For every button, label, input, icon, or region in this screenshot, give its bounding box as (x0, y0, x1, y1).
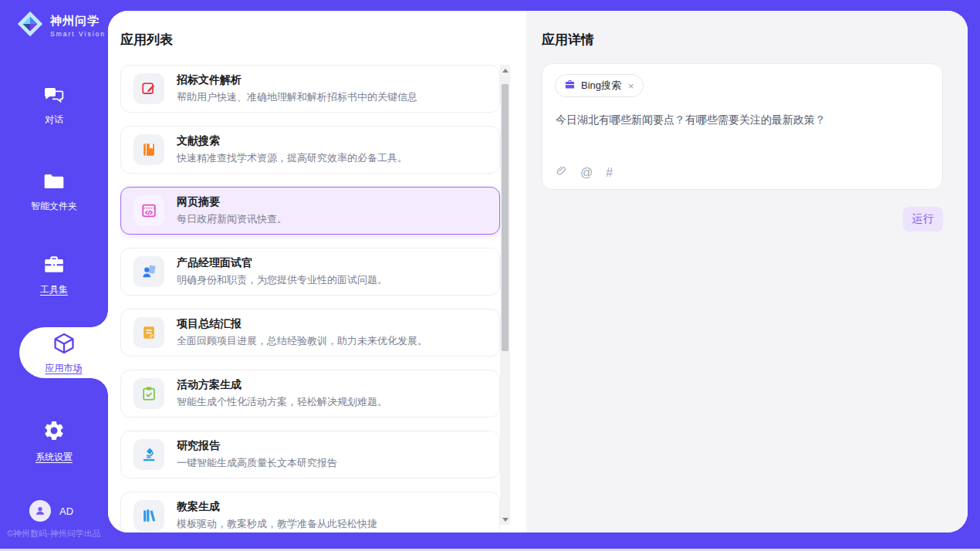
input-toolbar: @ # (556, 164, 613, 181)
user-account[interactable]: AD (29, 500, 73, 522)
edit-doc-icon (133, 73, 164, 104)
app-description: 全面回顾项目进展，总结经验教训，助力未来优化发展。 (177, 334, 427, 348)
run-button[interactable]: 运行 (903, 207, 943, 232)
paperclip-icon[interactable] (556, 164, 567, 181)
app-description: 快速精准查找学术资源，提高研究效率的必备工具。 (177, 151, 407, 165)
app-description: 每日政府新闻资讯快查。 (177, 212, 287, 226)
sidebar-item-settings[interactable]: 系统设置 (0, 419, 108, 464)
app-detail-title: 应用详情 (542, 31, 594, 49)
sidebar: 神州问学 Smart Vision 对话 智能文件夹 工具集 应用市场 系统设置 (0, 0, 108, 551)
app-list-item[interactable]: 项目总结汇报 全面回顾项目进展，总结经验教训，助力未来优化发展。 (120, 309, 500, 357)
scrollbar-thumb[interactable] (502, 84, 509, 351)
prompt-text[interactable]: 今日湖北有哪些新闻要点？有哪些需要关注的最新政策？ (556, 113, 930, 127)
chat-icon (42, 85, 66, 108)
app-list-item[interactable]: 网页摘要 每日政府新闻资讯快查。 (120, 187, 500, 235)
brand-name: 神州问学 (50, 14, 106, 29)
app-list: 招标文件解析 帮助用户快速、准确地理解和解析招标书中的关键信息 文献搜索 快速精… (120, 65, 500, 532)
browser-code-icon (133, 195, 164, 226)
sidebar-item-folders[interactable]: 智能文件夹 (0, 171, 108, 213)
app-list-item[interactable]: 招标文件解析 帮助用户快速、准确地理解和解析招标书中的关键信息 (120, 65, 500, 113)
prompt-card[interactable]: Bing搜索 × 今日湖北有哪些新闻要点？有哪些需要关注的最新政策？ @ # (542, 63, 943, 190)
app-name: 文献搜索 (177, 134, 407, 148)
copyright: ©神州数码·神州问学出品 (7, 528, 101, 539)
app-description: 智能生成个性化活动方案，轻松解决规划难题。 (177, 395, 387, 409)
app-description: 一键智能生成高质量长文本研究报告 (177, 456, 337, 470)
user-label: AD (59, 505, 73, 517)
sidebar-item-label: 系统设置 (35, 451, 73, 464)
app-description: 明确身份和职责，为您提供专业性的面试问题。 (177, 273, 387, 287)
main-content: 应用列表 招标文件解析 帮助用户快速、准确地理解和解析招标书中的关键信息 文献搜… (108, 11, 968, 532)
brand-subtitle: Smart Vision (50, 30, 106, 38)
app-description: 帮助用户快速、准确地理解和解析招标书中的关键信息 (177, 90, 417, 104)
app-description: 模板驱动，教案秒成，教学准备从此轻松快捷 (177, 517, 377, 531)
book-icon (133, 134, 164, 165)
clipboard-check-icon (133, 378, 164, 409)
app-detail-panel: 应用详情 Bing搜索 × 今日湖北有哪些新闻要点？有哪些需要关注的最新政策？ (526, 11, 968, 532)
research-icon (133, 439, 164, 470)
folder-icon (42, 171, 66, 194)
app-list-panel: 应用列表 招标文件解析 帮助用户快速、准确地理解和解析招标书中的关键信息 文献搜… (108, 11, 526, 532)
hash-icon[interactable]: # (606, 167, 613, 179)
app-name: 活动方案生成 (177, 378, 387, 392)
app-name: 产品经理面试官 (177, 256, 387, 270)
interview-icon (133, 256, 164, 287)
scroll-down-arrow-icon[interactable] (500, 514, 510, 525)
sidebar-item-label: 工具集 (40, 283, 68, 296)
gear-icon (42, 419, 66, 445)
brand: 神州问学 Smart Vision (15, 9, 106, 42)
note-icon (133, 317, 164, 348)
sidebar-item-chat[interactable]: 对话 (0, 85, 108, 127)
app-name: 招标文件解析 (177, 73, 417, 87)
app-name: 项目总结汇报 (177, 317, 427, 331)
tool-tag-label: Bing搜索 (581, 79, 621, 93)
app-list-item[interactable]: 研究报告 一键智能生成高质量长文本研究报告 (120, 431, 500, 478)
mention-icon[interactable]: @ (580, 167, 593, 179)
app-list-item[interactable]: 产品经理面试官 明确身份和职责，为您提供专业性的面试问题。 (120, 248, 500, 296)
app-list-item[interactable]: 教案生成 模板驱动，教案秒成，教学准备从此轻松快捷 (120, 492, 500, 532)
cube-icon (52, 331, 76, 359)
sidebar-item-label: 对话 (45, 113, 63, 127)
toolbox-icon (42, 254, 66, 278)
scroll-up-arrow-icon[interactable] (500, 65, 510, 76)
books-icon (133, 500, 164, 531)
sidebar-item-tools[interactable]: 工具集 (0, 254, 108, 296)
app-name: 网页摘要 (177, 195, 287, 209)
sidebar-item-market[interactable]: 应用市场 (19, 327, 108, 378)
app-list-item[interactable]: 活动方案生成 智能生成个性化活动方案，轻松解决规划难题。 (120, 370, 500, 417)
briefcase-icon (564, 79, 576, 93)
brand-logo-icon (15, 9, 45, 42)
app-name: 教案生成 (177, 500, 377, 514)
app-list-scrollbar[interactable] (500, 65, 510, 525)
app-list-item[interactable]: 文献搜索 快速精准查找学术资源，提高研究效率的必备工具。 (120, 126, 500, 174)
tool-tag-bing[interactable]: Bing搜索 × (555, 74, 644, 97)
avatar-user-icon (29, 500, 51, 522)
sidebar-item-label: 应用市场 (46, 362, 83, 375)
app-name: 研究报告 (177, 439, 337, 453)
tool-tag-close-icon[interactable]: × (628, 80, 634, 92)
app-list-title: 应用列表 (120, 31, 173, 49)
sidebar-item-label: 智能文件夹 (31, 200, 77, 213)
